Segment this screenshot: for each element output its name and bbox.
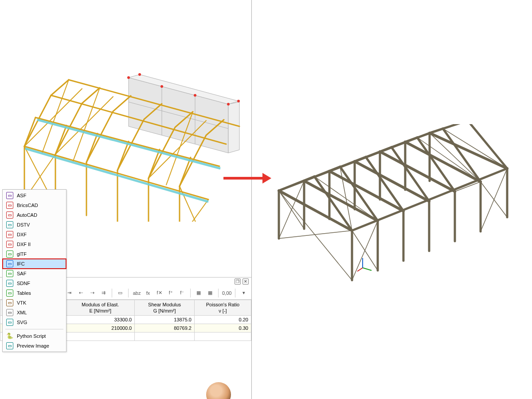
- toolbar-button[interactable]: ▭: [115, 288, 125, 298]
- menu-item-label: XML: [17, 309, 27, 316]
- table-cell: [135, 332, 195, 341]
- menu-separator: [5, 329, 63, 329]
- svg-line-78: [279, 231, 352, 239]
- tables-icon: ▭: [6, 289, 13, 297]
- menu-item-label: SVG: [17, 319, 27, 326]
- toolbar-button[interactable]: ▦: [194, 288, 204, 298]
- menu-item-label: AutoCAD: [17, 211, 37, 219]
- table-cell: [194, 332, 251, 341]
- axis-gizmo-icon: [356, 256, 374, 274]
- menu-item-label: SDNF: [17, 280, 30, 287]
- table-cell: [66, 332, 135, 341]
- menu-item-bricscad[interactable]: ▭BricsCAD: [3, 200, 66, 210]
- toolbar-button[interactable]: ⇠: [76, 288, 86, 298]
- xml-icon: ▭: [6, 309, 13, 316]
- export-context-menu: ▭ASF▭BricsCAD▭AutoCAD▭DSTV▭DXF▭DXF II▭gl…: [2, 189, 66, 352]
- table-cell: 0.30: [194, 324, 251, 332]
- svg-line-27: [279, 191, 352, 231]
- menu-item-saf[interactable]: ▭SAF: [3, 269, 66, 278]
- bricscad-icon: ▭: [6, 202, 13, 209]
- toolbar-button[interactable]: ⇢: [87, 288, 98, 298]
- ifc-icon: ▭: [6, 260, 13, 267]
- toolbar-separator: [112, 289, 112, 297]
- col-shear-modulus: Shear ModulusG [N/mm²]: [135, 300, 195, 316]
- svg-line-7: [42, 80, 69, 153]
- saf-icon: ▭: [6, 270, 13, 277]
- toolbar-separator: [128, 289, 129, 297]
- menu-item-label: IFC: [17, 260, 25, 267]
- svg-line-81: [357, 268, 363, 271]
- panel-undock-button[interactable]: ❐: [235, 278, 241, 285]
- svg-line-79: [279, 191, 352, 280]
- gltf-icon: ▭: [6, 250, 13, 258]
- svg-point-20: [194, 94, 196, 97]
- menu-item-label: VTK: [17, 299, 26, 306]
- panel-close-button[interactable]: ✕: [243, 278, 249, 285]
- menu-item-asf[interactable]: ▭ASF: [3, 191, 66, 200]
- menu-item-tables[interactable]: ▭Tables: [3, 288, 66, 298]
- toolbar-button[interactable]: 0,00: [222, 288, 232, 298]
- menu-item-label: Tables: [17, 289, 31, 297]
- svg-line-1: [129, 102, 228, 129]
- col-poisson-ratio: Poisson's Ratioν [-]: [194, 300, 251, 316]
- menu-item-autocad[interactable]: ▭AutoCAD: [3, 210, 66, 220]
- menu-item-label: SAF: [17, 270, 26, 277]
- menu-item-label: ASF: [17, 192, 26, 199]
- toolbar-button[interactable]: f✕: [154, 288, 164, 298]
- viewport-right-model[interactable]: [261, 124, 518, 284]
- svg-line-17: [37, 120, 220, 168]
- table-cell: 80769.2: [135, 324, 195, 332]
- menu-item-gltf[interactable]: ▭glTF: [3, 249, 66, 259]
- svg-line-9: [73, 88, 100, 161]
- svg-point-22: [138, 73, 141, 76]
- svg-marker-0: [129, 78, 228, 153]
- menu-item-ifc[interactable]: ▭IFC: [3, 259, 66, 269]
- dstv-icon: ▭: [6, 221, 13, 228]
- menu-item-dxf[interactable]: ▭DXF: [3, 230, 66, 239]
- menu-item-label: DSTV: [17, 221, 30, 228]
- svg-line-75: [481, 182, 507, 217]
- menu-item-label: Python Script: [17, 332, 46, 340]
- svg-marker-5: [129, 74, 239, 104]
- menu-item-vtk[interactable]: ▭VTK: [3, 298, 66, 308]
- left-pane: ▭ASF▭BricsCAD▭AutoCAD▭DSTV▭DXF▭DXF II▭gl…: [0, 0, 252, 399]
- svg-icon: ▭: [6, 319, 13, 326]
- svg-line-11: [166, 112, 193, 185]
- toolbar-button[interactable]: ▾: [239, 288, 249, 298]
- svg-line-14: [180, 186, 208, 222]
- svg-line-10: [149, 121, 206, 178]
- toolbar-button[interactable]: fx: [143, 288, 153, 298]
- toolbar-separator: [190, 289, 191, 297]
- svg-line-47: [468, 124, 507, 168]
- menu-item-label: glTF: [17, 250, 27, 258]
- menu-item-dstv[interactable]: ▭DSTV: [3, 220, 66, 230]
- python-script-icon: [6, 332, 13, 340]
- table-cell: 0.20: [194, 316, 251, 324]
- toolbar-button[interactable]: f⁺: [166, 288, 176, 298]
- menu-item-label: DXF: [17, 231, 27, 238]
- toolbar-button[interactable]: ⇉: [98, 288, 109, 298]
- svg-point-23: [237, 100, 240, 102]
- svg-line-6: [24, 89, 82, 146]
- autocad-icon: ▭: [6, 211, 13, 219]
- menu-item-dxf-ii[interactable]: ▭DXF II: [3, 239, 66, 249]
- dxf-icon: ▭: [6, 231, 13, 238]
- svg-line-66: [380, 129, 443, 152]
- svg-point-21: [227, 103, 230, 106]
- dxf-ii-icon: ▭: [6, 241, 13, 248]
- sdnf-icon: ▭: [6, 280, 13, 287]
- menu-item-sdnf[interactable]: ▭SDNF: [3, 278, 66, 288]
- toolbar-button[interactable]: abz: [132, 288, 142, 298]
- toolbar-button[interactable]: f⁻: [177, 288, 187, 298]
- toolbar-button[interactable]: ▦: [205, 288, 215, 298]
- menu-item-label: DXF II: [17, 241, 31, 248]
- menu-item-python-script[interactable]: Python Script: [3, 331, 66, 341]
- menu-item-svg[interactable]: ▭SVG: [3, 317, 66, 327]
- table-cell: 33300.0: [66, 316, 135, 324]
- arrow-icon: [223, 173, 272, 184]
- toolbar-separator: [235, 289, 235, 297]
- right-pane: [252, 0, 532, 399]
- menu-item-xml[interactable]: ▭XML: [3, 308, 66, 317]
- asf-icon: ▭: [6, 192, 13, 199]
- menu-item-preview-image[interactable]: ▭Preview Image: [3, 341, 66, 351]
